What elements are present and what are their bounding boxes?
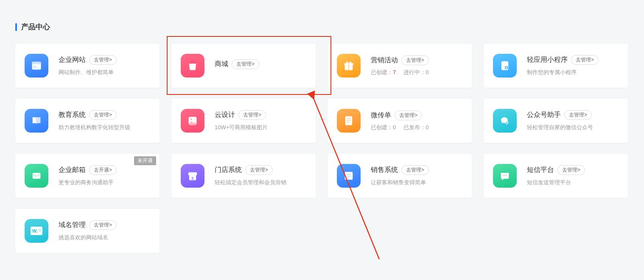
- svg-rect-14: [347, 122, 349, 122]
- card-title: 微传单: [371, 111, 391, 120]
- svg-rect-21: [346, 178, 349, 179]
- card-title: 营销活动: [371, 56, 398, 65]
- svg-rect-26: [39, 230, 41, 231]
- svg-rect-2: [33, 66, 36, 67]
- card-stats: 已创建：7进行中：0: [371, 69, 464, 76]
- card-crm[interactable]: 销售系统去管理>让获客和销售变得简单: [328, 154, 472, 198]
- action-mp[interactable]: 去管理>: [564, 110, 592, 120]
- card-body: 营销活动去管理>已创建：7进行中：0: [371, 55, 464, 76]
- card-sub: 让获客和销售变得简单: [371, 178, 464, 187]
- stat: 已创建：7: [371, 69, 396, 76]
- action-domain[interactable]: 去管理>: [89, 220, 117, 230]
- card-title: 商城: [215, 60, 228, 69]
- section-title: 产品中心: [15, 22, 629, 32]
- badge-mail: 未开通: [134, 156, 156, 165]
- card-body: 短信平台去管理>短信发送管理平台: [527, 165, 620, 187]
- action-flyer[interactable]: 去管理>: [395, 111, 422, 120]
- design-icon: [181, 109, 204, 133]
- action-miniapp[interactable]: 去管理>: [571, 55, 599, 65]
- action-sms[interactable]: 去管理>: [557, 165, 585, 175]
- card-sub: 更专业的商务沟通助手: [59, 178, 152, 187]
- card-sub: 短信发送管理平台: [527, 178, 620, 187]
- crm-icon: [337, 164, 361, 188]
- card-title: 公众号助手: [527, 111, 561, 119]
- card-title: 轻应用小程序: [527, 55, 568, 64]
- card-body: 微传单去管理>已创建：0已发布：0: [371, 111, 464, 131]
- svg-rect-3: [33, 67, 38, 68]
- action-store[interactable]: 去管理>: [245, 165, 273, 175]
- sms-icon: [493, 164, 517, 188]
- store-icon: [181, 164, 204, 188]
- svg-rect-1: [32, 62, 41, 64]
- card-title: 教育系统: [59, 111, 86, 119]
- card-body: 域名管理去管理>挑选喜欢的网站域名: [59, 220, 152, 242]
- stat: 进行中：0: [403, 69, 428, 76]
- svg-rect-12: [347, 118, 350, 119]
- mail-icon: [25, 164, 48, 188]
- card-title: 企业网站: [59, 55, 86, 64]
- svg-rect-20: [346, 176, 351, 177]
- action-mail[interactable]: 去开通>: [89, 165, 117, 175]
- card-body: 公众号助手去管理>轻松管理自家的微信公众号: [527, 110, 620, 132]
- card-promo[interactable]: 营销活动去管理>已创建：7进行中：0: [328, 44, 472, 88]
- product-grid: 企业网站去管理>网站制作、维护都简单商城去管理>营销活动去管理>已创建：7进行中…: [15, 44, 629, 253]
- card-title: 域名管理: [59, 221, 86, 230]
- card-body: 企业邮箱去开通>更专业的商务沟通助手: [59, 165, 152, 187]
- card-sub: 轻松管理自家的微信公众号: [527, 123, 620, 132]
- card-sub: 制作您的专属小程序: [527, 68, 620, 77]
- card-sub: 10W+可商用模板图片: [215, 123, 308, 132]
- card-title: 短信平台: [527, 166, 554, 175]
- action-design[interactable]: 去管理>: [238, 110, 266, 120]
- svg-rect-25: [39, 229, 41, 230]
- svg-rect-19: [346, 174, 351, 175]
- miniapp-icon: [493, 54, 517, 78]
- site-icon: [25, 54, 48, 78]
- card-body: 教育系统去管理>助力教培机构数字化转型升级: [59, 110, 152, 132]
- card-sub: 助力教培机构数字化转型升级: [59, 123, 152, 132]
- svg-text:W.: W.: [32, 228, 38, 233]
- svg-rect-22: [502, 175, 507, 176]
- stat: 已发布：0: [403, 124, 428, 131]
- section-title-text: 产品中心: [21, 22, 50, 32]
- action-edu[interactable]: 去管理>: [89, 110, 117, 120]
- card-body: 轻应用小程序去管理>制作您的专属小程序: [527, 55, 620, 77]
- promo-icon: [337, 54, 361, 78]
- card-mp[interactable]: 公众号助手去管理>轻松管理自家的微信公众号: [484, 99, 628, 143]
- card-flyer[interactable]: 微传单去管理>已创建：0已发布：0: [328, 99, 472, 143]
- card-body: 企业网站去管理>网站制作、维护都简单: [59, 55, 152, 77]
- card-title: 销售系统: [371, 166, 398, 175]
- card-mall[interactable]: 商城去管理>: [171, 44, 316, 88]
- edu-icon: [25, 109, 48, 133]
- card-design[interactable]: 云设计去管理>10W+可商用模板图片: [171, 99, 316, 143]
- flyer-icon: [337, 109, 361, 133]
- svg-point-10: [190, 118, 192, 120]
- domain-icon: W.: [25, 219, 48, 243]
- card-sms[interactable]: 短信平台去管理>短信发送管理平台: [484, 154, 628, 198]
- stat: 已创建：0: [371, 124, 396, 131]
- mp-icon: [493, 109, 517, 133]
- svg-rect-13: [347, 120, 350, 121]
- action-site[interactable]: 去管理>: [89, 55, 117, 65]
- card-title: 门店系统: [215, 166, 242, 175]
- card-stats: 已创建：0已发布：0: [371, 124, 464, 131]
- svg-rect-17: [192, 177, 194, 180]
- svg-rect-6: [348, 63, 349, 70]
- card-domain[interactable]: W.域名管理去管理>挑选喜欢的网站域名: [15, 209, 160, 253]
- card-title: 云设计: [215, 111, 235, 119]
- action-promo[interactable]: 去管理>: [401, 55, 429, 65]
- card-body: 销售系统去管理>让获客和销售变得简单: [371, 165, 464, 187]
- mall-icon: [181, 54, 204, 78]
- card-body: 云设计去管理>10W+可商用模板图片: [215, 110, 308, 132]
- card-title: 企业邮箱: [59, 166, 86, 175]
- action-mall[interactable]: 去管理>: [232, 59, 259, 69]
- card-sub: 网站制作、维护都简单: [59, 68, 152, 77]
- card-store[interactable]: 门店系统去管理>轻松搞定会员管理和会员营销: [171, 154, 316, 198]
- card-site[interactable]: 企业网站去管理>网站制作、维护都简单: [15, 44, 160, 88]
- card-sub: 挑选喜欢的网站域名: [59, 233, 152, 242]
- card-edu[interactable]: 教育系统去管理>助力教培机构数字化转型升级: [15, 99, 160, 143]
- card-sub: 轻松搞定会员管理和会员营销: [215, 178, 308, 187]
- card-body: 商城去管理>: [215, 59, 308, 72]
- card-mail[interactable]: 未开通企业邮箱去开通>更专业的商务沟通助手: [15, 154, 160, 198]
- card-miniapp[interactable]: 轻应用小程序去管理>制作您的专属小程序: [484, 44, 628, 88]
- action-crm[interactable]: 去管理>: [401, 165, 429, 175]
